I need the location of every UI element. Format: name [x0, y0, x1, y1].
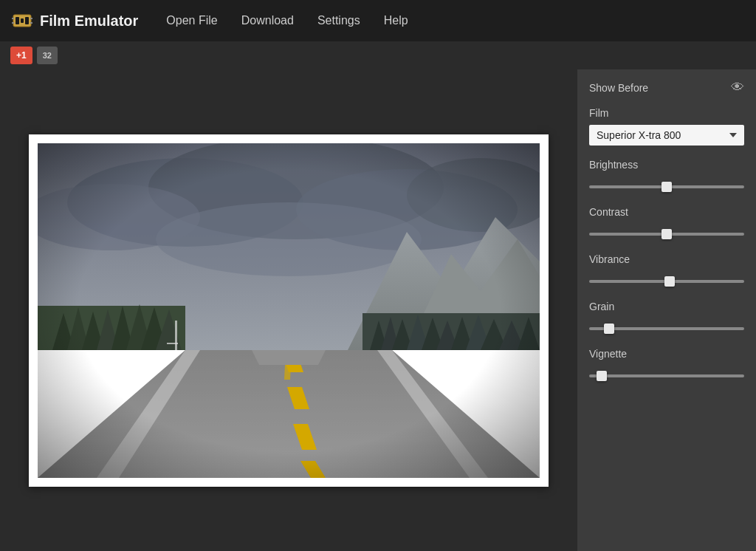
menu-help[interactable]: Help: [382, 11, 410, 30]
photo-frame: [29, 134, 549, 487]
vibrance-section: Vibrance: [589, 253, 744, 286]
grain-label: Grain: [589, 301, 744, 312]
svg-rect-7: [30, 22, 32, 24]
road-image: [38, 143, 540, 478]
menu-bar: Open File Download Settings Help: [165, 11, 409, 30]
share-count-button[interactable]: 32: [37, 47, 58, 64]
share-count-label: 32: [43, 51, 52, 60]
menu-download[interactable]: Download: [240, 11, 295, 30]
svg-rect-1: [16, 17, 19, 24]
brightness-slider[interactable]: [589, 185, 744, 188]
vibrance-slider[interactable]: [589, 280, 744, 283]
svg-rect-2: [25, 17, 29, 24]
grain-slider[interactable]: [589, 327, 744, 330]
menu-settings[interactable]: Settings: [316, 11, 362, 30]
app-title: Film Emulator: [40, 13, 138, 30]
photo-area: [0, 69, 577, 551]
brightness-section: Brightness: [589, 159, 744, 191]
menu-open-file[interactable]: Open File: [165, 11, 219, 30]
eye-icon[interactable]: 👁: [731, 80, 744, 95]
google-plus-button[interactable]: +1: [10, 47, 32, 64]
photo-canvas: [38, 143, 540, 478]
grain-section: Grain: [589, 301, 744, 333]
main-layout: Show Before 👁 Film Superior X-tra 800 Ko…: [0, 69, 756, 551]
show-before-row: Show Before 👁: [589, 80, 744, 95]
vignette-slider[interactable]: [589, 374, 744, 377]
right-panel: Show Before 👁 Film Superior X-tra 800 Ko…: [577, 69, 756, 551]
svg-rect-5: [12, 22, 14, 24]
social-bar: +1 32: [0, 41, 756, 69]
contrast-label: Contrast: [589, 206, 744, 218]
svg-rect-4: [12, 18, 14, 19]
vignette-label: Vignette: [589, 348, 744, 360]
film-label: Film: [589, 107, 744, 119]
vignette-section: Vignette: [589, 348, 744, 380]
film-select[interactable]: Superior X-tra 800 Kodak Portra 400 Fuji…: [589, 125, 744, 146]
show-before-label: Show Before: [589, 82, 648, 94]
brightness-label: Brightness: [589, 159, 744, 171]
contrast-section: Contrast: [589, 206, 744, 239]
film-emulator-icon: [12, 10, 32, 31]
contrast-slider[interactable]: [589, 233, 744, 236]
titlebar: Film Emulator Open File Download Setting…: [0, 0, 756, 41]
vibrance-label: Vibrance: [589, 253, 744, 265]
svg-rect-6: [30, 18, 32, 19]
svg-rect-3: [21, 18, 24, 23]
google-plus-label: +1: [16, 50, 27, 61]
svg-rect-50: [38, 143, 540, 478]
